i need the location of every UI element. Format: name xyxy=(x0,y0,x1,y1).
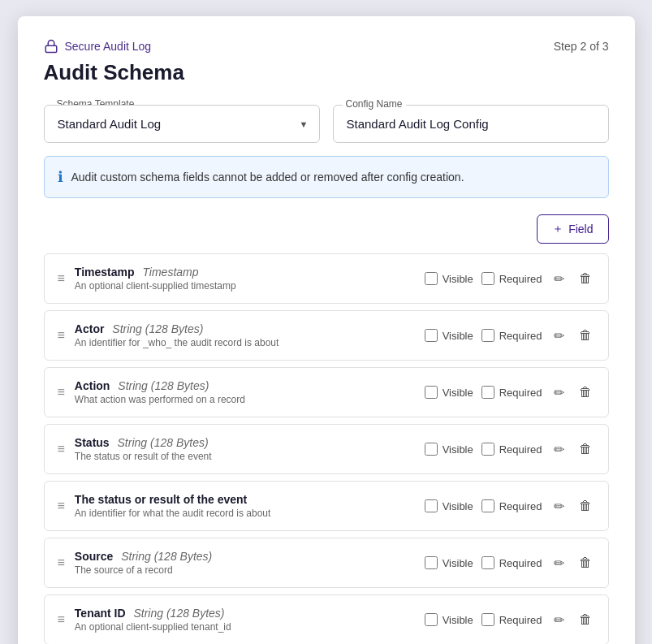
field-row: ≡ Timestamp Timestamp An optional client… xyxy=(44,253,609,304)
required-checkbox[interactable] xyxy=(481,499,494,512)
field-description: An optional client-supplied timestamp xyxy=(75,280,415,292)
info-banner-text: Audit custom schema fields cannot be add… xyxy=(71,171,464,184)
drag-handle-icon: ≡ xyxy=(58,555,65,570)
visible-checkbox[interactable] xyxy=(425,272,438,285)
field-type: String (128 Bytes) xyxy=(114,379,209,392)
field-info: Tenant ID String (128 Bytes) An optional… xyxy=(75,607,415,633)
drag-handle-icon: ≡ xyxy=(58,499,65,513)
required-group: Required xyxy=(481,443,542,456)
field-info: Status String (128 Bytes) The status or … xyxy=(75,436,415,462)
add-field-label: Field xyxy=(568,223,593,236)
svg-rect-0 xyxy=(45,45,57,52)
required-label: Required xyxy=(499,330,542,342)
visible-label: Visible xyxy=(443,387,473,399)
drag-handle-icon: ≡ xyxy=(58,612,65,627)
visible-group: Visible xyxy=(425,499,473,512)
schema-template-select-wrapper[interactable]: Standard Audit Log xyxy=(44,105,320,143)
visible-checkbox[interactable] xyxy=(425,556,438,569)
delete-field-button[interactable]: 🗑 xyxy=(576,440,595,458)
required-group: Required xyxy=(481,329,542,342)
modal-dialog: Secure Audit Log Step 2 of 3 Audit Schem… xyxy=(18,16,635,644)
delete-field-button[interactable]: 🗑 xyxy=(576,611,595,629)
delete-field-button[interactable]: 🗑 xyxy=(576,383,595,401)
field-description: The status or result of the event xyxy=(75,451,415,462)
field-name: Timestamp Timestamp xyxy=(75,266,415,279)
visible-group: Visible xyxy=(425,556,473,569)
visible-checkbox[interactable] xyxy=(425,329,438,342)
config-name-group: Config Name xyxy=(333,105,609,143)
visible-label: Visible xyxy=(443,557,473,569)
field-name: Tenant ID String (128 Bytes) xyxy=(75,607,415,620)
required-group: Required xyxy=(481,556,542,569)
page-title: Audit Schema xyxy=(44,60,609,85)
required-checkbox[interactable] xyxy=(481,443,494,456)
field-info: Action String (128 Bytes) What action wa… xyxy=(75,379,415,405)
modal-overlay: Secure Audit Log Step 2 of 3 Audit Schem… xyxy=(16,16,636,644)
required-label: Required xyxy=(499,273,542,285)
field-info: The status or result of the event An ide… xyxy=(75,493,415,519)
edit-field-button[interactable]: ✏ xyxy=(551,611,568,629)
field-controls: Visible Required ✏ 🗑 xyxy=(425,440,595,459)
required-checkbox[interactable] xyxy=(481,329,494,342)
config-name-input[interactable] xyxy=(333,105,609,143)
field-row: ≡ Action String (128 Bytes) What action … xyxy=(44,367,609,417)
delete-field-button[interactable]: 🗑 xyxy=(576,554,595,572)
edit-field-button[interactable]: ✏ xyxy=(551,326,568,345)
visible-checkbox[interactable] xyxy=(425,613,438,626)
required-checkbox[interactable] xyxy=(481,556,494,569)
field-type: String (128 Bytes) xyxy=(114,436,209,449)
lock-icon xyxy=(44,39,58,54)
edit-field-button[interactable]: ✏ xyxy=(551,554,568,573)
drag-handle-icon: ≡ xyxy=(58,271,65,286)
field-controls: Visible Required ✏ 🗑 xyxy=(425,383,595,402)
field-type: String (128 Bytes) xyxy=(118,550,212,563)
edit-field-button[interactable]: ✏ xyxy=(551,497,568,516)
delete-field-button[interactable]: 🗑 xyxy=(576,326,595,344)
field-controls: Visible Required ✏ 🗑 xyxy=(425,270,595,288)
field-row: ≡ Actor String (128 Bytes) An identifier… xyxy=(44,310,609,361)
required-checkbox[interactable] xyxy=(481,386,494,399)
required-label: Required xyxy=(499,614,542,626)
modal-header: Secure Audit Log Step 2 of 3 xyxy=(44,39,609,54)
modal-product-title: Secure Audit Log xyxy=(65,40,152,53)
visible-label: Visible xyxy=(443,500,473,512)
field-controls: Visible Required ✏ 🗑 xyxy=(425,497,595,516)
drag-handle-icon: ≡ xyxy=(58,442,65,456)
required-group: Required xyxy=(481,499,542,512)
schema-template-select[interactable]: Standard Audit Log xyxy=(44,105,320,143)
field-type: String (128 Bytes) xyxy=(131,607,225,620)
field-description: An identifier for what the audit record … xyxy=(75,508,415,519)
field-row: ≡ The status or result of the event An i… xyxy=(44,481,609,531)
delete-field-button[interactable]: 🗑 xyxy=(576,497,595,515)
field-row: ≡ Status String (128 Bytes) The status o… xyxy=(44,424,609,474)
form-row: Schema Template Standard Audit Log Confi… xyxy=(44,105,609,143)
edit-field-button[interactable]: ✏ xyxy=(551,440,568,459)
drag-handle-icon: ≡ xyxy=(58,328,65,343)
required-checkbox[interactable] xyxy=(481,272,494,285)
required-label: Required xyxy=(499,500,542,512)
add-field-button[interactable]: ＋ Field xyxy=(537,214,608,244)
info-banner: ℹ Audit custom schema fields cannot be a… xyxy=(44,156,609,198)
visible-group: Visible xyxy=(425,386,473,399)
field-description: The source of a record xyxy=(75,564,415,576)
visible-checkbox[interactable] xyxy=(425,443,438,456)
visible-checkbox[interactable] xyxy=(425,386,438,399)
visible-label: Visible xyxy=(443,614,473,626)
field-name: The status or result of the event xyxy=(75,493,415,506)
edit-field-button[interactable]: ✏ xyxy=(551,270,568,288)
field-info: Timestamp Timestamp An optional client-s… xyxy=(75,266,415,292)
field-description: An optional client-supplied tenant_id xyxy=(75,621,415,633)
field-type: Timestamp xyxy=(140,266,199,279)
field-name: Status String (128 Bytes) xyxy=(75,436,415,449)
field-name: Actor String (128 Bytes) xyxy=(75,322,415,335)
required-group: Required xyxy=(481,272,542,285)
modal-header-left: Secure Audit Log xyxy=(44,39,152,54)
drag-handle-icon: ≡ xyxy=(58,385,65,400)
delete-field-button[interactable]: 🗑 xyxy=(576,270,595,287)
visible-checkbox[interactable] xyxy=(425,499,438,512)
schema-template-group: Schema Template Standard Audit Log xyxy=(44,105,320,143)
info-icon: ℹ xyxy=(58,168,63,186)
visible-group: Visible xyxy=(425,329,473,342)
required-checkbox[interactable] xyxy=(481,613,494,626)
edit-field-button[interactable]: ✏ xyxy=(551,383,568,402)
